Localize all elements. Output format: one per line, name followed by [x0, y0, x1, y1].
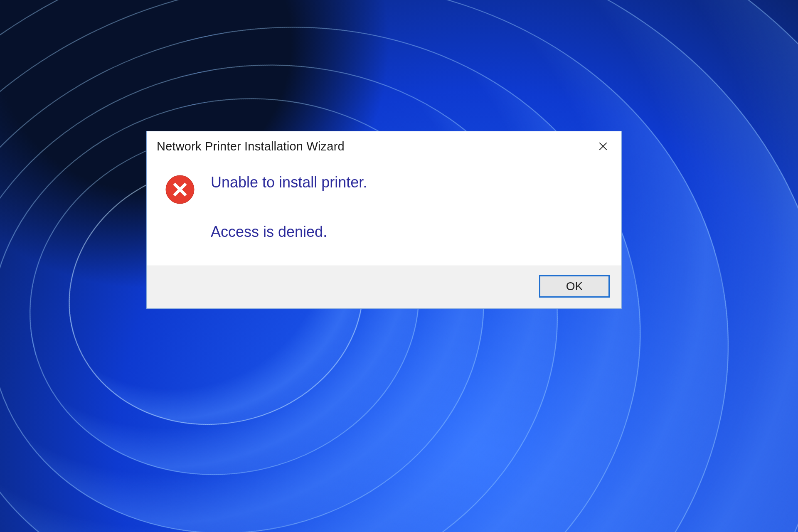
dialog-message-secondary: Access is denied. — [211, 223, 367, 240]
ok-button[interactable]: OK — [539, 275, 610, 298]
dialog-titlebar: Network Printer Installation Wizard — [147, 131, 621, 159]
error-dialog: Network Printer Installation Wizard Unab… — [146, 131, 622, 309]
dialog-content: Unable to install printer. Access is den… — [147, 159, 621, 266]
error-icon — [165, 175, 195, 204]
close-icon — [598, 141, 608, 152]
dialog-button-row: OK — [147, 266, 621, 308]
dialog-messages: Unable to install printer. Access is den… — [211, 173, 367, 241]
close-button[interactable] — [594, 137, 612, 155]
dialog-message-primary: Unable to install printer. — [211, 174, 367, 191]
dialog-title: Network Printer Installation Wizard — [157, 140, 345, 153]
